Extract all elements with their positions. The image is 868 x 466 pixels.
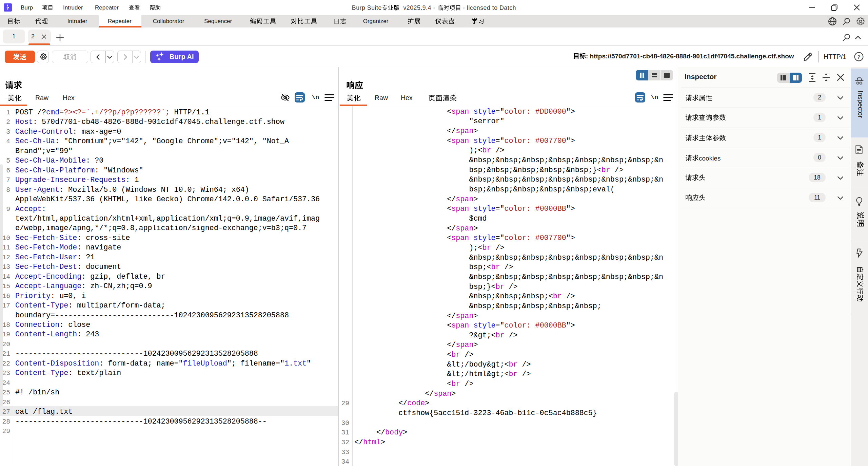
svg-text:?: ? bbox=[857, 54, 860, 60]
